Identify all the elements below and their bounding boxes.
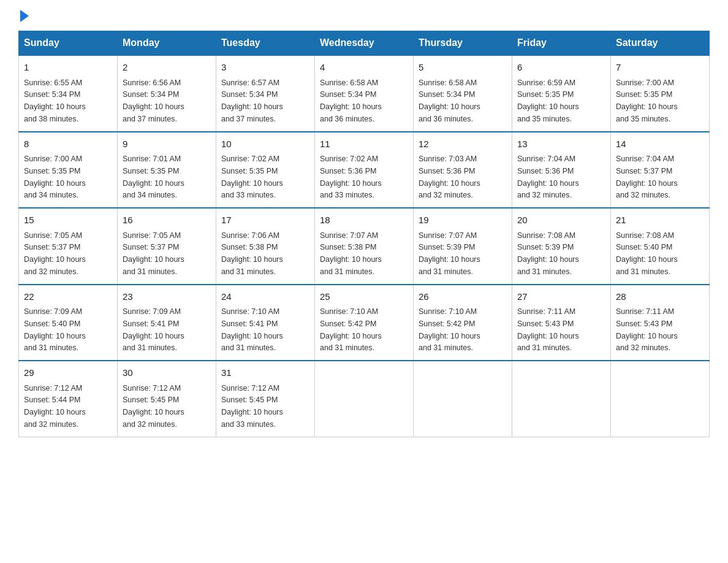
day-number: 2 xyxy=(123,61,211,75)
day-number: 10 xyxy=(221,137,309,151)
day-number: 23 xyxy=(123,290,211,304)
day-number: 4 xyxy=(320,61,408,75)
page-header xyxy=(18,12,710,18)
day-number: 26 xyxy=(419,290,507,304)
day-number: 18 xyxy=(320,213,408,228)
day-number: 9 xyxy=(123,137,211,151)
calendar-cell: 1Sunrise: 6:55 AMSunset: 5:34 PMDaylight… xyxy=(19,55,118,132)
calendar-cell: 10Sunrise: 7:02 AMSunset: 5:35 PMDayligh… xyxy=(216,132,315,209)
calendar-week-row: 15Sunrise: 7:05 AMSunset: 5:37 PMDayligh… xyxy=(19,208,710,285)
calendar-cell: 19Sunrise: 7:07 AMSunset: 5:39 PMDayligh… xyxy=(414,208,512,285)
calendar-cell: 28Sunrise: 7:11 AMSunset: 5:43 PMDayligh… xyxy=(611,285,710,361)
column-header-friday: Friday xyxy=(512,31,611,56)
calendar-cell xyxy=(512,361,611,437)
logo xyxy=(18,12,29,18)
day-number: 5 xyxy=(419,61,507,75)
column-header-wednesday: Wednesday xyxy=(315,31,414,56)
calendar-cell: 22Sunrise: 7:09 AMSunset: 5:40 PMDayligh… xyxy=(19,285,118,361)
calendar-cell: 25Sunrise: 7:10 AMSunset: 5:42 PMDayligh… xyxy=(315,285,414,361)
day-info: Sunrise: 7:12 AMSunset: 5:45 PMDaylight:… xyxy=(123,384,184,429)
calendar-cell: 18Sunrise: 7:07 AMSunset: 5:38 PMDayligh… xyxy=(315,208,414,285)
calendar-cell: 12Sunrise: 7:03 AMSunset: 5:36 PMDayligh… xyxy=(414,132,512,209)
calendar-cell: 17Sunrise: 7:06 AMSunset: 5:38 PMDayligh… xyxy=(216,208,315,285)
day-info: Sunrise: 7:11 AMSunset: 5:43 PMDaylight:… xyxy=(517,307,579,352)
calendar-cell: 27Sunrise: 7:11 AMSunset: 5:43 PMDayligh… xyxy=(512,285,611,361)
calendar-cell: 13Sunrise: 7:04 AMSunset: 5:36 PMDayligh… xyxy=(512,132,611,209)
calendar-header-row: SundayMondayTuesdayWednesdayThursdayFrid… xyxy=(19,31,710,56)
calendar-cell: 2Sunrise: 6:56 AMSunset: 5:34 PMDaylight… xyxy=(118,55,216,132)
day-number: 25 xyxy=(320,290,408,304)
calendar-table: SundayMondayTuesdayWednesdayThursdayFrid… xyxy=(18,31,710,437)
calendar-cell xyxy=(414,361,512,437)
calendar-week-row: 22Sunrise: 7:09 AMSunset: 5:40 PMDayligh… xyxy=(19,285,710,361)
column-header-saturday: Saturday xyxy=(611,31,710,56)
calendar-cell: 15Sunrise: 7:05 AMSunset: 5:37 PMDayligh… xyxy=(19,208,118,285)
column-header-sunday: Sunday xyxy=(19,31,118,56)
calendar-cell: 29Sunrise: 7:12 AMSunset: 5:44 PMDayligh… xyxy=(19,361,118,437)
day-number: 30 xyxy=(123,366,211,380)
day-number: 21 xyxy=(616,213,704,228)
calendar-cell: 4Sunrise: 6:58 AMSunset: 5:34 PMDaylight… xyxy=(315,55,414,132)
day-info: Sunrise: 7:07 AMSunset: 5:39 PMDaylight:… xyxy=(419,231,480,276)
day-info: Sunrise: 6:58 AMSunset: 5:34 PMDaylight:… xyxy=(419,79,480,123)
day-info: Sunrise: 7:10 AMSunset: 5:41 PMDaylight:… xyxy=(221,307,283,352)
day-number: 20 xyxy=(517,213,605,228)
calendar-cell: 9Sunrise: 7:01 AMSunset: 5:35 PMDaylight… xyxy=(118,132,216,209)
calendar-week-row: 29Sunrise: 7:12 AMSunset: 5:44 PMDayligh… xyxy=(19,361,710,437)
day-info: Sunrise: 7:11 AMSunset: 5:43 PMDaylight:… xyxy=(616,307,678,352)
day-info: Sunrise: 6:59 AMSunset: 5:35 PMDaylight:… xyxy=(517,79,579,123)
day-number: 27 xyxy=(517,290,605,304)
day-info: Sunrise: 7:10 AMSunset: 5:42 PMDaylight:… xyxy=(419,307,480,352)
day-info: Sunrise: 7:00 AMSunset: 5:35 PMDaylight:… xyxy=(616,79,678,123)
calendar-cell: 6Sunrise: 6:59 AMSunset: 5:35 PMDaylight… xyxy=(512,55,611,132)
day-number: 6 xyxy=(517,61,605,75)
calendar-cell: 8Sunrise: 7:00 AMSunset: 5:35 PMDaylight… xyxy=(19,132,118,209)
day-info: Sunrise: 6:58 AMSunset: 5:34 PMDaylight:… xyxy=(320,79,382,123)
day-info: Sunrise: 7:00 AMSunset: 5:35 PMDaylight:… xyxy=(24,155,86,199)
day-number: 28 xyxy=(616,290,704,304)
day-info: Sunrise: 7:05 AMSunset: 5:37 PMDaylight:… xyxy=(24,231,86,276)
day-number: 12 xyxy=(419,137,507,151)
column-header-monday: Monday xyxy=(118,31,216,56)
day-info: Sunrise: 7:10 AMSunset: 5:42 PMDaylight:… xyxy=(320,307,382,352)
calendar-cell: 3Sunrise: 6:57 AMSunset: 5:34 PMDaylight… xyxy=(216,55,315,132)
day-info: Sunrise: 7:07 AMSunset: 5:38 PMDaylight:… xyxy=(320,231,382,276)
calendar-cell: 11Sunrise: 7:02 AMSunset: 5:36 PMDayligh… xyxy=(315,132,414,209)
day-info: Sunrise: 6:56 AMSunset: 5:34 PMDaylight:… xyxy=(123,79,184,123)
calendar-cell: 24Sunrise: 7:10 AMSunset: 5:41 PMDayligh… xyxy=(216,285,315,361)
calendar-cell: 30Sunrise: 7:12 AMSunset: 5:45 PMDayligh… xyxy=(118,361,216,437)
calendar-cell: 26Sunrise: 7:10 AMSunset: 5:42 PMDayligh… xyxy=(414,285,512,361)
day-info: Sunrise: 7:09 AMSunset: 5:40 PMDaylight:… xyxy=(24,307,86,352)
day-info: Sunrise: 7:09 AMSunset: 5:41 PMDaylight:… xyxy=(123,307,184,352)
day-info: Sunrise: 7:05 AMSunset: 5:37 PMDaylight:… xyxy=(123,231,184,276)
day-number: 15 xyxy=(24,213,112,228)
calendar-cell: 7Sunrise: 7:00 AMSunset: 5:35 PMDaylight… xyxy=(611,55,710,132)
day-number: 22 xyxy=(24,290,112,304)
day-number: 29 xyxy=(24,366,112,380)
calendar-cell: 14Sunrise: 7:04 AMSunset: 5:37 PMDayligh… xyxy=(611,132,710,209)
calendar-cell: 21Sunrise: 7:08 AMSunset: 5:40 PMDayligh… xyxy=(611,208,710,285)
day-number: 1 xyxy=(24,61,112,75)
day-info: Sunrise: 7:01 AMSunset: 5:35 PMDaylight:… xyxy=(123,155,184,199)
calendar-cell xyxy=(611,361,710,437)
day-number: 31 xyxy=(221,366,309,380)
day-info: Sunrise: 7:12 AMSunset: 5:44 PMDaylight:… xyxy=(24,384,86,429)
day-info: Sunrise: 7:02 AMSunset: 5:35 PMDaylight:… xyxy=(221,155,283,199)
calendar-cell xyxy=(315,361,414,437)
day-number: 13 xyxy=(517,137,605,151)
day-number: 8 xyxy=(24,137,112,151)
calendar-week-row: 1Sunrise: 6:55 AMSunset: 5:34 PMDaylight… xyxy=(19,55,710,132)
calendar-cell: 5Sunrise: 6:58 AMSunset: 5:34 PMDaylight… xyxy=(414,55,512,132)
day-info: Sunrise: 7:04 AMSunset: 5:36 PMDaylight:… xyxy=(517,155,579,199)
day-info: Sunrise: 6:57 AMSunset: 5:34 PMDaylight:… xyxy=(221,79,283,123)
calendar-week-row: 8Sunrise: 7:00 AMSunset: 5:35 PMDaylight… xyxy=(19,132,710,209)
day-number: 16 xyxy=(123,213,211,228)
calendar-cell: 20Sunrise: 7:08 AMSunset: 5:39 PMDayligh… xyxy=(512,208,611,285)
day-info: Sunrise: 7:03 AMSunset: 5:36 PMDaylight:… xyxy=(419,155,480,199)
day-number: 14 xyxy=(616,137,704,151)
day-number: 7 xyxy=(616,61,704,75)
day-info: Sunrise: 7:04 AMSunset: 5:37 PMDaylight:… xyxy=(616,155,678,199)
day-info: Sunrise: 7:08 AMSunset: 5:40 PMDaylight:… xyxy=(616,231,678,276)
calendar-cell: 16Sunrise: 7:05 AMSunset: 5:37 PMDayligh… xyxy=(118,208,216,285)
day-number: 17 xyxy=(221,213,309,228)
